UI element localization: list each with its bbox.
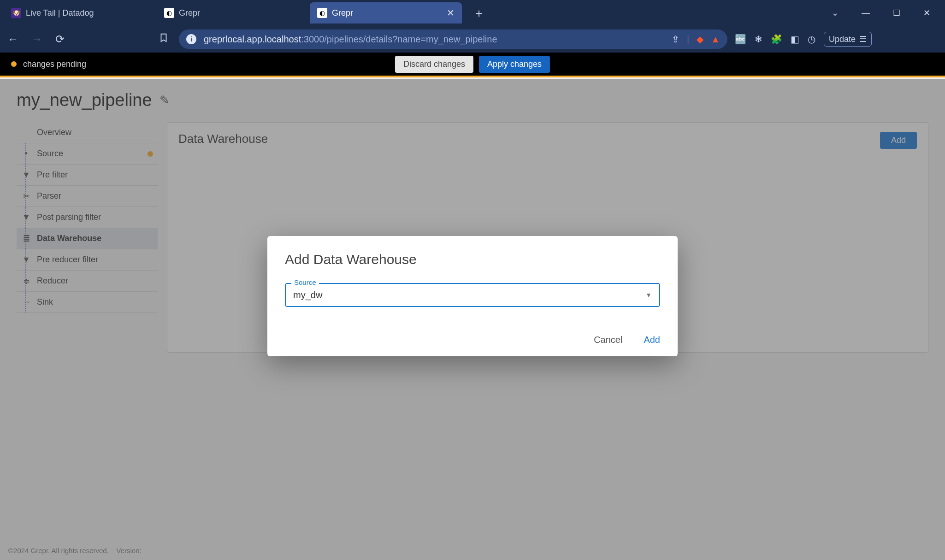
- sidepanel-icon[interactable]: ◧: [791, 34, 799, 45]
- discard-changes-button[interactable]: Discard changes: [395, 56, 473, 73]
- changes-pending-bar: changes pending Discard changes Apply ch…: [0, 53, 945, 77]
- changes-status-text: changes pending: [23, 59, 86, 69]
- back-button[interactable]: ←: [5, 31, 21, 47]
- grepr-favicon-icon: ◐: [164, 8, 174, 18]
- url-text: greprlocal.app.localhost:3000/pipelines/…: [204, 34, 664, 45]
- site-info-icon[interactable]: i: [186, 34, 196, 44]
- source-select[interactable]: my_dw ▼: [285, 283, 660, 307]
- share-icon[interactable]: ⇪: [672, 34, 679, 45]
- history-icon[interactable]: ◷: [808, 34, 815, 45]
- chevron-down-icon: ▼: [645, 291, 652, 299]
- tab-title: Live Tail | Datadog: [26, 8, 94, 18]
- app-root: changes pending Discard changes Apply ch…: [0, 53, 945, 560]
- brave-warning-icon[interactable]: ▲: [711, 34, 720, 45]
- update-button[interactable]: Update ☰: [824, 32, 872, 47]
- cancel-button[interactable]: Cancel: [594, 335, 622, 345]
- hamburger-icon: ☰: [859, 34, 867, 44]
- snowflake-icon[interactable]: ❄: [755, 34, 762, 45]
- pending-dot-icon: [11, 61, 17, 67]
- maximize-icon[interactable]: ☐: [888, 5, 905, 21]
- close-window-icon[interactable]: ✕: [919, 5, 935, 21]
- extensions-icon[interactable]: 🧩: [771, 34, 782, 45]
- browser-tab[interactable]: 🐶 Live Tail | Datadog: [4, 2, 156, 24]
- browser-titlebar: 🐶 Live Tail | Datadog ◐ Grepr ◐ Grepr ✕ …: [0, 0, 945, 26]
- browser-tab-active[interactable]: ◐ Grepr ✕: [310, 2, 462, 24]
- chevron-down-icon[interactable]: ⌄: [827, 5, 843, 21]
- modal-title: Add Data Warehouse: [285, 252, 660, 267]
- tab-title: Grepr: [179, 8, 200, 18]
- new-tab-button[interactable]: ＋: [468, 3, 490, 23]
- tab-title: Grepr: [332, 8, 353, 18]
- address-bar[interactable]: i greprlocal.app.localhost:3000/pipeline…: [179, 29, 727, 49]
- bookmark-icon[interactable]: [156, 31, 171, 47]
- modal-add-button[interactable]: Add: [644, 335, 660, 345]
- browser-toolbar: ← → ⟳ i greprlocal.app.localhost:3000/pi…: [0, 26, 945, 53]
- source-field-label: Source: [291, 278, 319, 286]
- add-data-warehouse-modal: Add Data Warehouse Source my_dw ▼ Cancel…: [267, 236, 678, 356]
- source-select-value: my_dw: [293, 290, 322, 301]
- forward-button[interactable]: →: [29, 31, 45, 47]
- datadog-favicon-icon: 🐶: [11, 8, 21, 18]
- brave-shield-icon[interactable]: ◆: [697, 34, 703, 45]
- translate-icon[interactable]: 🔤: [735, 34, 746, 45]
- modal-overlay[interactable]: Add Data Warehouse Source my_dw ▼ Cancel…: [0, 79, 945, 560]
- reload-button[interactable]: ⟳: [53, 31, 67, 47]
- apply-changes-button[interactable]: Apply changes: [479, 56, 550, 73]
- browser-tab[interactable]: ◐ Grepr: [157, 2, 309, 24]
- grepr-favicon-icon: ◐: [317, 8, 327, 18]
- minimize-icon[interactable]: ―: [857, 6, 874, 21]
- tab-close-icon[interactable]: ✕: [447, 7, 455, 18]
